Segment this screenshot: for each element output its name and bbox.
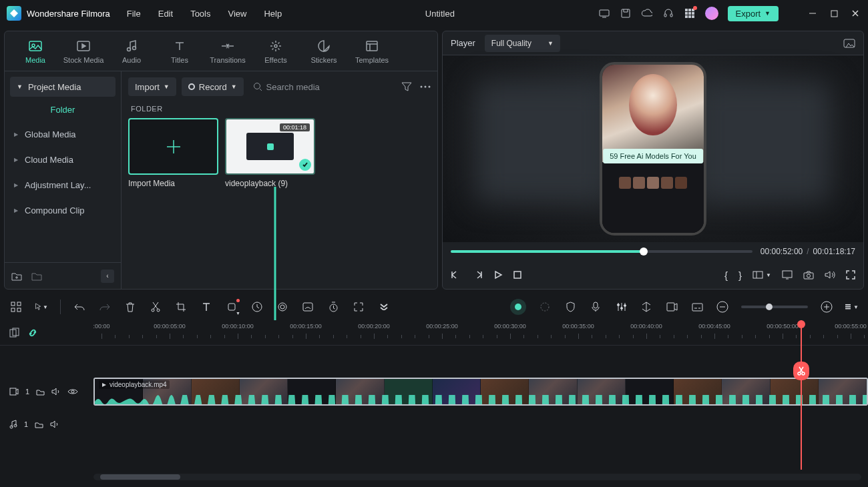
display-icon[interactable] bbox=[782, 270, 793, 280]
speed-icon[interactable] bbox=[250, 300, 264, 314]
render-icon[interactable] bbox=[665, 300, 678, 314]
cloud-icon[interactable] bbox=[641, 7, 653, 19]
close-button[interactable] bbox=[849, 7, 861, 19]
paste-icon[interactable] bbox=[9, 328, 19, 338]
tab-transitions[interactable]: Transitions bbox=[204, 39, 252, 64]
caret-right-icon: ▶ bbox=[14, 182, 18, 188]
mark-out-button[interactable]: } bbox=[738, 270, 742, 281]
maximize-button[interactable] bbox=[828, 7, 840, 19]
sidebar-item-compound-clip[interactable]: ▶Compound Clip bbox=[5, 197, 121, 223]
undo-icon[interactable] bbox=[73, 300, 86, 314]
new-folder-icon[interactable] bbox=[11, 272, 22, 281]
zoom-in-icon[interactable] bbox=[820, 300, 833, 314]
timeline-ruler[interactable]: :00:0000:00:05:0000:00:10:0000:00:15:000… bbox=[0, 320, 868, 346]
mic-icon[interactable] bbox=[589, 300, 602, 314]
text-tool-icon[interactable] bbox=[200, 300, 213, 314]
marker-icon[interactable] bbox=[640, 300, 653, 314]
svg-point-19 bbox=[274, 45, 277, 47]
tab-effects[interactable]: Effects bbox=[252, 39, 300, 64]
subtitle-icon[interactable] bbox=[690, 300, 704, 314]
folder-icon[interactable] bbox=[31, 272, 42, 281]
fullscreen-icon[interactable] bbox=[846, 270, 855, 280]
tab-titles[interactable]: Titles bbox=[156, 39, 204, 64]
link-icon[interactable] bbox=[27, 328, 38, 338]
delete-icon[interactable] bbox=[124, 300, 137, 314]
menu-file[interactable]: File bbox=[127, 9, 141, 19]
headset-icon[interactable] bbox=[662, 7, 674, 19]
playhead[interactable] bbox=[801, 320, 802, 470]
minimize-button[interactable] bbox=[807, 7, 819, 19]
user-avatar[interactable] bbox=[705, 7, 718, 20]
chevron-down-icon: ▼ bbox=[164, 83, 170, 90]
menu-edit[interactable]: Edit bbox=[158, 9, 173, 19]
export-button[interactable]: Export ▼ bbox=[728, 6, 779, 21]
track-visibility-icon[interactable] bbox=[67, 388, 78, 395]
sidebar-item-cloud-media[interactable]: ▶Cloud Media bbox=[5, 147, 121, 172]
menu-tools[interactable]: Tools bbox=[190, 9, 210, 19]
snapshot-icon[interactable] bbox=[843, 39, 855, 48]
zoom-out-icon[interactable] bbox=[716, 300, 729, 314]
aspect-dropdown[interactable]: ▼ bbox=[752, 271, 771, 279]
sidebar-item-global-media[interactable]: ▶Global Media bbox=[5, 121, 121, 147]
cursor-tool-icon[interactable]: ▼ bbox=[35, 300, 48, 314]
quality-dropdown[interactable]: Full Quality▼ bbox=[485, 35, 560, 52]
ai-icon[interactable] bbox=[510, 299, 526, 315]
project-media-dropdown[interactable]: ▼ Project Media bbox=[10, 77, 116, 97]
effects-panel-icon[interactable] bbox=[538, 300, 552, 314]
play-button[interactable] bbox=[493, 270, 503, 280]
next-frame-button[interactable] bbox=[472, 270, 483, 280]
menu-help[interactable]: Help bbox=[264, 9, 282, 19]
shield-icon[interactable] bbox=[564, 300, 577, 314]
video-track-index: 1 bbox=[25, 388, 29, 396]
caret-right-icon: ▶ bbox=[14, 157, 18, 163]
prev-frame-button[interactable] bbox=[451, 270, 461, 280]
record-dropdown[interactable]: Record▼ bbox=[182, 77, 244, 96]
mask-icon[interactable] bbox=[301, 300, 314, 314]
tab-stock-media[interactable]: Stock Media bbox=[59, 39, 107, 64]
tab-audio[interactable]: Audio bbox=[107, 39, 156, 64]
playhead-split-icon[interactable] bbox=[793, 362, 809, 380]
video-track-icon bbox=[9, 388, 19, 396]
duration-icon[interactable] bbox=[327, 300, 340, 314]
track-lock-icon[interactable] bbox=[35, 420, 43, 428]
zoom-slider[interactable] bbox=[741, 306, 808, 308]
sidebar-item-adjustment-layer[interactable]: ▶Adjustment Lay... bbox=[5, 172, 121, 197]
monitor-icon[interactable] bbox=[598, 7, 610, 19]
camera-icon[interactable] bbox=[803, 271, 814, 280]
redo-icon[interactable] bbox=[98, 300, 112, 314]
mixer-icon[interactable] bbox=[614, 300, 628, 314]
media-thumb-video[interactable]: 00:01:18 videoplayback (9) bbox=[225, 118, 315, 188]
import-dropdown[interactable]: Import▼ bbox=[128, 77, 176, 96]
keyframe-icon[interactable]: ▼ bbox=[225, 300, 238, 314]
expand-icon[interactable] bbox=[352, 300, 365, 314]
tab-templates[interactable]: Templates bbox=[348, 39, 396, 64]
menu-view[interactable]: View bbox=[228, 9, 246, 19]
collapse-sidebar-button[interactable]: ‹ bbox=[101, 270, 114, 283]
preview-viewport[interactable]: 59 Free Ai Models For You bbox=[443, 55, 863, 242]
save-icon[interactable] bbox=[620, 7, 632, 19]
color-icon[interactable] bbox=[276, 300, 289, 314]
tab-stickers[interactable]: Stickers bbox=[300, 39, 348, 64]
scrub-handle[interactable] bbox=[640, 248, 648, 256]
volume-icon[interactable] bbox=[825, 270, 835, 280]
crop-icon[interactable] bbox=[174, 300, 188, 314]
filter-icon[interactable] bbox=[401, 82, 412, 91]
track-mute-icon[interactable] bbox=[51, 388, 61, 396]
video-clip[interactable]: videoplayback.mp4 bbox=[93, 378, 868, 406]
timeline-horizontal-scrollbar[interactable] bbox=[93, 474, 861, 480]
split-icon[interactable] bbox=[149, 300, 162, 314]
tab-media[interactable]: Media bbox=[11, 39, 59, 64]
search-media-input[interactable]: Search media bbox=[249, 82, 320, 92]
more-tools-icon[interactable] bbox=[377, 300, 391, 314]
stop-button[interactable] bbox=[513, 271, 521, 279]
track-lock-icon[interactable] bbox=[36, 388, 45, 396]
more-icon[interactable] bbox=[420, 85, 431, 88]
import-media-tile[interactable]: Import Media bbox=[128, 118, 218, 188]
select-tool-icon[interactable] bbox=[9, 300, 23, 314]
folder-label[interactable]: Folder bbox=[5, 97, 121, 121]
mark-in-button[interactable]: { bbox=[724, 270, 728, 281]
playback-scrubber[interactable]: 00:00:52:00/00:01:18:17 bbox=[443, 242, 863, 261]
apps-icon[interactable] bbox=[684, 7, 696, 19]
track-mute-icon[interactable] bbox=[50, 420, 59, 428]
view-list-icon[interactable]: ▼ bbox=[845, 300, 859, 314]
